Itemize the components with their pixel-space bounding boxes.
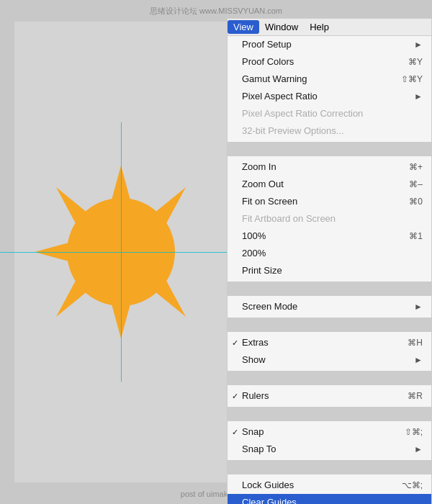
menu-item-wrap-snap-to: Snap To ►: [228, 441, 431, 458]
separator-4: [228, 371, 431, 385]
menu-item-proof-colors[interactable]: Proof Colors ⌘Y: [228, 53, 431, 71]
menu-item-clear-guides[interactable]: Clear Guides: [228, 494, 431, 504]
menu-item-extras[interactable]: ✓ Extras ⌘H: [228, 334, 431, 351]
menu-item-wrap-pixel-aspect-correction: Pixel Aspect Ratio Correction: [228, 105, 431, 122]
menu-item-wrap-proof-colors: Proof Colors ⌘Y: [228, 53, 431, 71]
sun-illustration: [35, 166, 207, 338]
menu-bar-view[interactable]: View: [228, 20, 259, 34]
canvas-inner: [14, 22, 227, 482]
menu-item-fit-on-screen[interactable]: Fit on Screen ⌘0: [228, 193, 431, 210]
dropdown-menu: Proof Setup ► Proof Colors ⌘Y Gamut Warn…: [228, 36, 431, 504]
menu-bar-window[interactable]: Window: [259, 20, 304, 34]
menu-item-zoom-out[interactable]: Zoom Out ⌘–: [228, 176, 431, 193]
menu-item-wrap-rulers: ✓ Rulers ⌘R: [228, 387, 431, 405]
menu-item-print-size[interactable]: Print Size: [228, 262, 431, 279]
menu-item-wrap-pixel-aspect-ratio: Pixel Aspect Ratio ►: [228, 88, 431, 105]
menu-item-wrap-gamut-warning: Gamut Warning ⇧⌘Y: [228, 71, 431, 88]
menu-item-screen-mode[interactable]: Screen Mode ►: [228, 298, 431, 315]
checkmark-rulers: ✓: [232, 389, 238, 403]
menu-item-wrap-100: 100% ⌘1: [228, 228, 431, 245]
guide-vertical: [121, 122, 122, 382]
menu-item-wrap-print-size: Print Size: [228, 262, 431, 279]
menu-item-snap-to[interactable]: Snap To ►: [228, 441, 431, 458]
menu-item-fit-artboard: Fit Artboard on Screen: [228, 210, 431, 228]
menu-item-wrap-proof-setup: Proof Setup ►: [228, 36, 431, 53]
separator-2: [228, 282, 431, 296]
menu-item-pixel-aspect-ratio[interactable]: Pixel Aspect Ratio ►: [228, 88, 431, 105]
menu-item-lock-guides[interactable]: Lock Guides ⌥⌘;: [228, 477, 431, 494]
menu-item-pixel-aspect-correction: Pixel Aspect Ratio Correction: [228, 105, 431, 122]
checkmark-snap: ✓: [232, 425, 238, 439]
menu-item-wrap-32bit: 32-bit Preview Options...: [228, 122, 431, 140]
separator-6: [228, 460, 431, 474]
separator-5: [228, 407, 431, 421]
menu-item-wrap-zoom-in: Zoom In ⌘+: [228, 158, 431, 176]
menu-item-proof-setup[interactable]: Proof Setup ►: [228, 36, 431, 53]
menu-item-gamut-warning[interactable]: Gamut Warning ⇧⌘Y: [228, 71, 431, 88]
menu-item-wrap-200: 200%: [228, 245, 431, 262]
menu-item-wrap-fit-screen: Fit on Screen ⌘0: [228, 193, 431, 210]
menu-bar-items: View Window Help: [228, 19, 431, 36]
menu-item-rulers[interactable]: ✓ Rulers ⌘R: [228, 387, 431, 405]
menu-item-show[interactable]: Show ►: [228, 351, 431, 369]
guide-horizontal: [0, 252, 251, 253]
menu-bar-help[interactable]: Help: [304, 20, 335, 34]
menu-item-wrap-fit-artboard: Fit Artboard on Screen: [228, 210, 431, 228]
separator-1: [228, 142, 431, 156]
menu-item-wrap-clear-guides: Clear Guides: [228, 494, 431, 504]
menu-bar: View Window Help Proof Setup ► Proof Col…: [227, 18, 432, 504]
menu-item-100-percent[interactable]: 100% ⌘1: [228, 228, 431, 245]
checkmark-extras: ✓: [232, 336, 238, 350]
menu-item-snap[interactable]: ✓ Snap ⇧⌘;: [228, 423, 431, 441]
menu-item-zoom-in[interactable]: Zoom In ⌘+: [228, 158, 431, 176]
watermark-top: 思绪设计论坛 www.MISSVYUAN.com: [0, 6, 432, 17]
menu-item-wrap-snap: ✓ Snap ⇧⌘;: [228, 423, 431, 441]
menu-item-wrap-extras: ✓ Extras ⌘H: [228, 334, 431, 351]
menu-item-wrap-lock-guides: Lock Guides ⌥⌘;: [228, 477, 431, 494]
menu-item-200-percent[interactable]: 200%: [228, 245, 431, 262]
menu-item-wrap-screen-mode: Screen Mode ►: [228, 298, 431, 315]
menu-item-32bit-preview: 32-bit Preview Options...: [228, 122, 431, 140]
menu-item-wrap-show: Show ►: [228, 351, 431, 369]
menu-item-wrap-zoom-out: Zoom Out ⌘–: [228, 176, 431, 193]
separator-3: [228, 318, 431, 332]
